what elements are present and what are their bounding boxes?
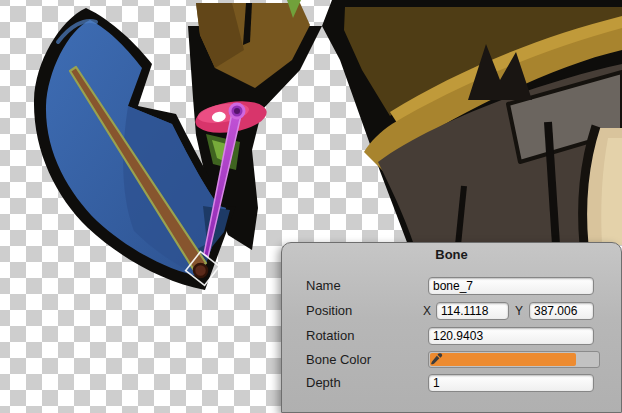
character-artwork <box>188 0 622 250</box>
position-x-input[interactable] <box>436 302 509 320</box>
position-y-input[interactable] <box>529 302 594 320</box>
bone-color-label: Bone Color <box>306 352 371 367</box>
editor-viewport: Bone Name Position X Y Rotation Bone Col… <box>0 0 622 413</box>
bone-color-swatch[interactable] <box>430 353 576 366</box>
position-x-label: X <box>423 304 431 318</box>
bone-purple-joint-center <box>234 108 240 114</box>
eyedropper-icon[interactable] <box>429 352 443 366</box>
depth-input[interactable] <box>428 374 594 392</box>
panel-title: Bone <box>282 247 621 262</box>
name-input[interactable] <box>428 277 594 295</box>
depth-label: Depth <box>306 375 341 390</box>
bone-brown-joint[interactable] <box>194 264 207 277</box>
rotation-input[interactable] <box>428 327 594 345</box>
name-label: Name <box>306 278 341 293</box>
bone-properties-panel: Bone Name Position X Y Rotation Bone Col… <box>281 242 622 413</box>
position-label: Position <box>306 303 352 318</box>
position-y-label: Y <box>515 304 523 318</box>
bone-color-control[interactable] <box>428 351 600 368</box>
rotation-label: Rotation <box>306 328 354 343</box>
